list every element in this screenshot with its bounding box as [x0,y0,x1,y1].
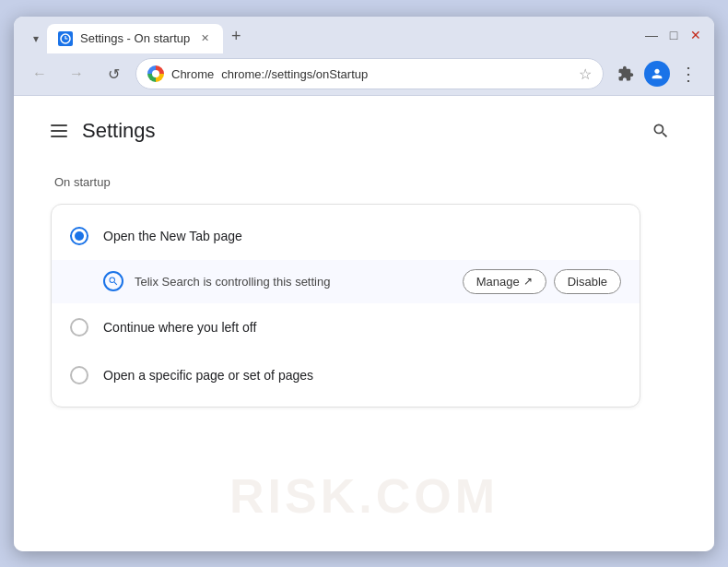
tab-dropdown-btn[interactable]: ▾ [25,28,47,50]
bookmark-icon[interactable]: ☆ [579,65,592,83]
page-title: Settings [82,119,156,143]
active-tab[interactable]: Settings - On startup ✕ [47,24,223,53]
tab-area: ▾ Settings - On startup ✕ + [25,17,637,53]
browser-window: ▾ Settings - On startup ✕ + — □ ✕ ← → ↺ [14,17,714,551]
maximize-btn[interactable]: □ [666,28,681,42]
radio-new-tab[interactable] [70,227,88,245]
hamburger-line-2 [51,130,67,132]
telix-action-buttons: Manage ↗ Disable [463,269,621,294]
window-controls: — □ ✕ [644,28,703,42]
section-title: On startup [51,175,677,189]
reload-btn[interactable]: ↺ [99,59,128,89]
hamburger-menu-btn[interactable] [51,124,67,137]
options-card: Open the New Tab page Telix Search is co… [51,204,640,408]
profile-btn[interactable] [644,61,670,87]
page-content: Settings On startup [14,96,714,551]
address-text: chrome://settings/onStartup [221,67,571,81]
option-label-specific: Open a specific page or set of pages [103,368,313,383]
settings-header: Settings [51,114,677,148]
external-link-icon: ↗ [523,275,533,288]
disable-button[interactable]: Disable [554,269,621,294]
option-label-new-tab: Open the New Tab page [103,229,242,243]
manage-button[interactable]: Manage ↗ [463,269,546,294]
chrome-logo-icon [147,65,164,82]
option-label-continue: Continue where you left off [103,320,256,335]
telix-extension-row: Telix Search is controlling this setting… [52,260,640,303]
settings-title-row: Settings [51,119,156,143]
settings-main: Settings On startup [14,96,714,551]
extensions-btn[interactable] [611,59,640,89]
back-btn[interactable]: ← [25,59,54,89]
disable-label: Disable [568,275,607,289]
telix-search-icon [103,271,123,291]
forward-btn[interactable]: → [62,59,91,89]
option-row-new-tab[interactable]: Open the New Tab page [52,212,640,260]
close-btn[interactable]: ✕ [688,28,703,42]
title-bar: ▾ Settings - On startup ✕ + — □ ✕ [14,17,714,53]
radio-inner-new-tab [75,231,84,241]
new-tab-btn[interactable]: + [223,24,249,50]
radio-specific[interactable] [70,366,88,384]
manage-label: Manage [476,275,520,289]
settings-layout: Settings On startup [14,96,714,551]
option-row-continue[interactable]: Continue where you left off [52,303,640,351]
hamburger-line-3 [51,136,67,137]
chrome-brand-label: Chrome [171,67,214,81]
settings-search-btn[interactable] [644,114,677,148]
hamburger-line-1 [51,124,67,126]
option-row-specific[interactable]: Open a specific page or set of pages [52,351,640,399]
toolbar-icons: ⋮ [611,59,703,89]
telix-controlling-text: Telix Search is controlling this setting [135,275,452,289]
toolbar: ← → ↺ Chrome chrome://settings/onStartup… [14,53,714,96]
radio-continue[interactable] [70,318,88,337]
address-bar[interactable]: Chrome chrome://settings/onStartup ☆ [135,58,604,89]
minimize-btn[interactable]: — [644,28,659,42]
tab-title: Settings - On startup [80,31,190,45]
chrome-menu-btn[interactable]: ⋮ [674,59,703,89]
tab-favicon [58,31,73,46]
tab-close-btn[interactable]: ✕ [197,31,212,46]
